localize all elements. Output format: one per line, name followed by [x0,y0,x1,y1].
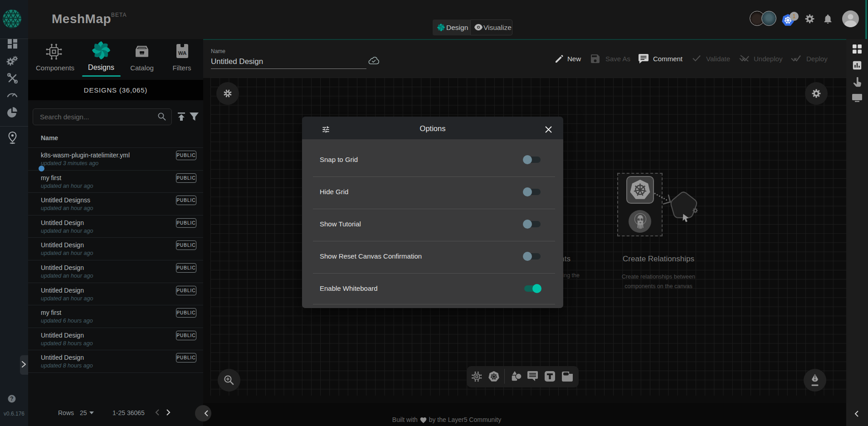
svg-text:WA: WA [178,50,187,56]
svg-text:?: ? [10,396,13,402]
